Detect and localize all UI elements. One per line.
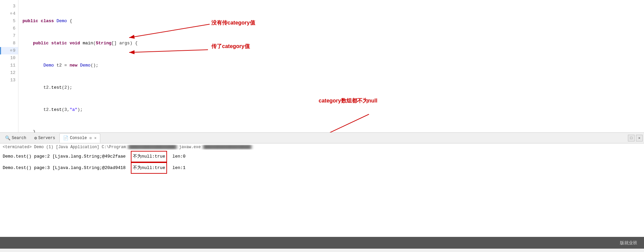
line-num-7: 7 bbox=[0, 32, 18, 40]
collapse-icon-9[interactable]: ⊖ bbox=[10, 47, 12, 54]
highlight-box-1: 不为null:true bbox=[131, 151, 167, 162]
tab-console-close[interactable]: ✕ bbox=[94, 136, 97, 140]
blurred-path2: ████████████████████ bbox=[203, 145, 252, 150]
code-content: public class Demo { public static void m… bbox=[18, 0, 644, 132]
tab-controls: □ ✕ bbox=[628, 135, 643, 141]
footer-bar: 版就业班 bbox=[0, 237, 644, 249]
tab-servers[interactable]: ⚙ Servers bbox=[31, 133, 59, 143]
line-num-4: ⊖4 bbox=[0, 10, 18, 17]
line-numbers: 3 ⊖4 5 6 7 8 ⊖9 10 11 12 13 bbox=[0, 0, 18, 132]
editor-area: 3 ⊖4 5 6 7 8 ⊖9 10 11 12 13 public class… bbox=[0, 0, 644, 133]
blurred-path: ████████████████████ bbox=[128, 145, 176, 150]
console-content: <terminated> Demo (1) [Java Application]… bbox=[0, 143, 644, 237]
servers-icon: ⚙ bbox=[34, 135, 37, 141]
line-num-10: 10 bbox=[0, 54, 18, 62]
line-num-6: 6 bbox=[0, 25, 18, 32]
tab-console-label: Console bbox=[70, 136, 87, 140]
bottom-panel: 🔍 Search ⚙ Servers 📄 Console ⊠ ✕ □ ✕ <te… bbox=[0, 133, 644, 237]
code-line-5: Demo t2 = new Demo(); bbox=[22, 62, 640, 69]
editor-scrollbar[interactable] bbox=[0, 132, 644, 133]
tab-search-label: Search bbox=[12, 136, 26, 140]
highlight-box-2: 不为null:true bbox=[131, 162, 167, 174]
footer-text: 版就业班 bbox=[620, 240, 637, 246]
console-icon: 📄 bbox=[63, 135, 68, 141]
minimize-button[interactable]: □ bbox=[628, 135, 635, 141]
collapse-icon-4[interactable]: ⊖ bbox=[10, 10, 12, 17]
code-line-4: public static void main(String[] args) { bbox=[22, 40, 640, 47]
code-line-6: t2.test(2); bbox=[22, 84, 640, 91]
console-tab-marker: ⊠ bbox=[90, 136, 92, 140]
tab-console[interactable]: 📄 Console ⊠ ✕ bbox=[59, 133, 100, 143]
line-num-3: 3 bbox=[0, 3, 18, 10]
tab-search[interactable]: 🔍 Search bbox=[1, 133, 30, 143]
line-num-8: 8 bbox=[0, 40, 18, 47]
console-line-1: Demo.test() page:2 [Ljava.lang.String;@4… bbox=[3, 151, 641, 162]
close-button[interactable]: ✕ bbox=[636, 135, 643, 141]
console-line-2: Demo.test() page:3 [Ljava.lang.String;@2… bbox=[3, 162, 641, 174]
line-num-12: 12 bbox=[0, 69, 18, 77]
code-container: 3 ⊖4 5 6 7 8 ⊖9 10 11 12 13 public class… bbox=[0, 0, 644, 132]
line-num-9: ⊖9 bbox=[0, 47, 18, 54]
line-num-11: 11 bbox=[0, 62, 18, 69]
search-icon: 🔍 bbox=[5, 135, 10, 141]
tab-bar: 🔍 Search ⚙ Servers 📄 Console ⊠ ✕ □ ✕ bbox=[0, 133, 644, 143]
line-num-13: 13 bbox=[0, 77, 18, 84]
terminated-line: <terminated> Demo (1) [Java Application]… bbox=[3, 145, 641, 150]
code-line-7: t2.test(3,"a"); bbox=[22, 106, 640, 114]
code-line-3: public class Demo { bbox=[22, 17, 640, 25]
code-line-8: } bbox=[22, 128, 640, 132]
tab-servers-label: Servers bbox=[38, 136, 55, 140]
line-num-5: 5 bbox=[0, 17, 18, 25]
